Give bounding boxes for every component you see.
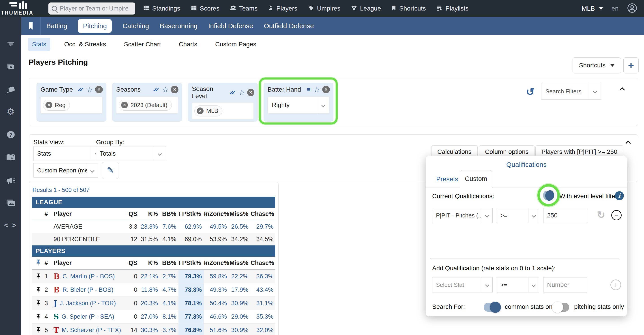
brand-logo[interactable]: TRUMEDIA <box>0 0 45 17</box>
tab-infield-defense[interactable]: Infield Defense <box>208 22 253 30</box>
collapse-filters-icon[interactable] <box>619 87 625 92</box>
custom-report-select[interactable]: Custom Report (me) <box>33 163 98 178</box>
pin-icon[interactable] <box>32 273 44 280</box>
col-miss[interactable]: Miss% <box>229 210 250 218</box>
col-inzone[interactable]: InZone% <box>204 210 229 218</box>
batter-hand-select[interactable]: Righty <box>268 96 330 114</box>
book-icon[interactable] <box>0 153 21 162</box>
tab-baserunning[interactable]: Baserunning <box>160 22 198 30</box>
player-row[interactable]: 3 JJ. Jackson (P - TOR) 0 20.3% 4.1% 78.… <box>32 296 275 310</box>
search-filters-select[interactable]: Search Filters <box>541 83 601 100</box>
col-qs[interactable]: QS <box>125 210 140 218</box>
col-fpstk[interactable]: FPStk%▼ <box>178 260 204 266</box>
col-fpstk[interactable]: FPStk%▼ <box>178 210 204 218</box>
tab-stats[interactable]: Stats <box>28 38 50 51</box>
tab-scatter-chart[interactable]: Scatter Chart <box>120 38 165 51</box>
tab-catching[interactable]: Catching <box>122 22 149 30</box>
player-link[interactable]: J. Jackson (P - TOR) <box>60 300 116 307</box>
qualification-operator-select[interactable]: >= <box>497 208 539 223</box>
qualification-value-input[interactable] <box>543 208 587 223</box>
tab-pitching[interactable]: Pitching <box>78 19 112 33</box>
add-operator-select[interactable]: >= <box>497 277 539 292</box>
help-icon[interactable]: ? <box>0 130 21 139</box>
list-icon[interactable]: ≡ <box>306 86 312 94</box>
sketch-board-icon[interactable] <box>0 85 21 94</box>
col-rank[interactable]: # <box>44 210 54 218</box>
player-link[interactable]: C. Martin (P - BOS) <box>62 273 115 280</box>
pin-icon[interactable] <box>32 327 44 334</box>
tab-occ-streaks[interactable]: Occ. & Streaks <box>60 38 110 51</box>
star-icon[interactable]: ☆ <box>86 85 93 94</box>
add-shortcut-button[interactable]: + <box>624 57 639 74</box>
filter-icon[interactable] <box>0 40 21 48</box>
col-k[interactable]: K% <box>140 210 160 218</box>
remove-qualification-icon[interactable]: − <box>611 210 622 220</box>
col-k[interactable]: K% <box>140 260 160 266</box>
stats-view-select[interactable]: Stats <box>33 146 103 161</box>
global-search[interactable] <box>48 2 135 14</box>
common-stats-toggle[interactable] <box>484 303 500 312</box>
star-icon[interactable]: ☆ <box>238 88 245 97</box>
player-link[interactable]: G. Speier (P - SEA) <box>62 313 114 320</box>
player-row[interactable]: 2 BR. Bleier (P - BOS) 0 11.8% 4.7% 78.3… <box>32 283 275 296</box>
bookmark-icon[interactable] <box>21 22 40 30</box>
nav-item-players[interactable]: Players <box>268 4 297 13</box>
search-input[interactable] <box>60 5 132 12</box>
col-miss[interactable]: Miss% <box>229 260 250 266</box>
select-all-icon[interactable]: ✓✓ <box>77 86 84 94</box>
add-stat-select[interactable]: Select Stat <box>432 277 493 292</box>
remove-token-icon[interactable]: ✕ <box>121 102 128 108</box>
event-level-filters-toggle[interactable] <box>539 191 556 200</box>
nav-item-league[interactable]: League <box>351 4 381 13</box>
locale-selector[interactable]: en <box>612 5 618 12</box>
remove-token-icon[interactable]: ✕ <box>46 102 52 108</box>
video-playlist-icon[interactable] <box>0 62 21 71</box>
col-chase[interactable]: Chase% <box>250 210 276 218</box>
filter-token[interactable]: ✕ Reg <box>43 100 70 110</box>
close-icon[interactable]: ✕ <box>95 86 103 94</box>
pitching-stats-toggle[interactable] <box>553 303 569 312</box>
league-selector[interactable]: MLB <box>582 5 603 12</box>
star-icon[interactable]: ☆ <box>314 85 320 94</box>
tab-presets[interactable]: Presets <box>436 176 458 183</box>
filter-token[interactable]: ✕ 2023 (Default) <box>119 100 172 110</box>
select-all-icon[interactable]: ✓✓ <box>152 86 160 94</box>
player-link[interactable]: R. Bleier (P - BOS) <box>62 286 114 293</box>
nav-item-teams[interactable]: Teams <box>230 4 258 13</box>
close-icon[interactable]: ✕ <box>247 89 254 96</box>
col-rank[interactable]: # <box>44 260 54 266</box>
col-inzone[interactable]: InZone% <box>204 260 229 266</box>
nav-item-umpires[interactable]: Umpires <box>308 4 340 13</box>
select-all-icon[interactable]: ✓✓ <box>229 89 236 96</box>
add-value-input[interactable] <box>543 277 587 292</box>
results-count-link[interactable]: Results 1 - 500 of 507 <box>32 185 275 196</box>
filter-history-icon[interactable]: ↺ <box>526 86 534 98</box>
filter-token[interactable]: ✕ MLB <box>194 106 222 116</box>
col-qs[interactable]: QS <box>125 260 140 266</box>
pin-icon[interactable] <box>32 287 44 293</box>
col-player[interactable]: Player <box>54 210 125 218</box>
player-row[interactable]: 4 SG. Speier (P - SEA) 0 27.0% 8.1% 77.3… <box>32 310 275 323</box>
tab-custom-pages[interactable]: Custom Pages <box>211 38 260 51</box>
megaphone-icon[interactable] <box>0 176 21 186</box>
col-player[interactable]: Player <box>54 260 125 266</box>
nav-item-shortcuts[interactable]: Shortcuts <box>391 4 426 13</box>
player-row[interactable]: 5 TM. Scherzer (P - TEX) 14 30.3% 3.7% 7… <box>32 323 275 335</box>
add-qualification-icon[interactable]: + <box>610 280 621 290</box>
edit-report-button[interactable]: ✎ <box>102 162 119 179</box>
code-icon[interactable]: < > <box>0 221 21 230</box>
nav-item-playlists[interactable]: Playlists <box>436 4 469 13</box>
shortcuts-button[interactable]: Shortcuts <box>572 57 621 74</box>
tab-charts[interactable]: Charts <box>175 38 201 51</box>
qualification-stat-select[interactable]: P|PIT - Pitches (... <box>432 208 493 223</box>
info-icon[interactable]: i <box>615 191 624 200</box>
remove-token-icon[interactable]: ✕ <box>197 108 204 114</box>
group-by-select[interactable]: Totals <box>96 146 166 161</box>
col-chase[interactable]: Chase% <box>250 260 276 266</box>
col-bb[interactable]: BB% <box>160 260 178 266</box>
gear-icon[interactable]: ⚙ <box>0 106 21 117</box>
close-icon[interactable]: ✕ <box>322 86 330 94</box>
collapse-settings-icon[interactable] <box>626 140 631 146</box>
pin-icon[interactable] <box>32 314 44 320</box>
player-row[interactable]: 1 BC. Martin (P - BOS) 0 22.1% 2.7% 79.3… <box>32 270 275 283</box>
